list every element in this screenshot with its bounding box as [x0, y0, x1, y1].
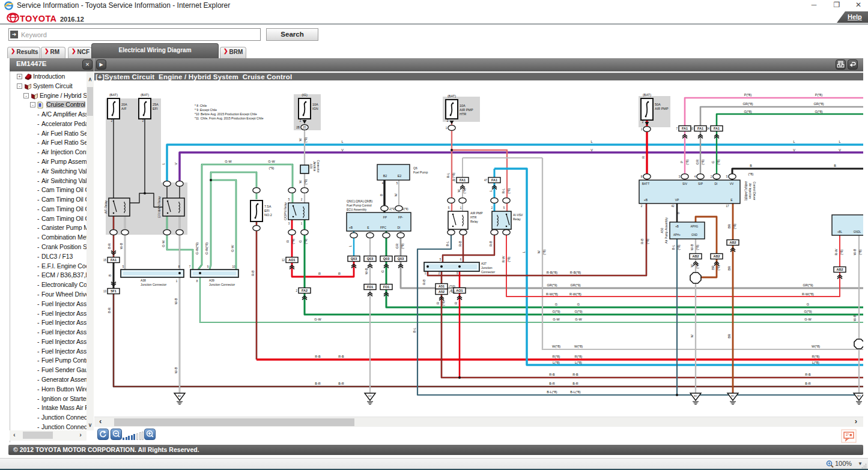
scroll-right-icon[interactable]: › — [79, 431, 82, 438]
tree-item-e-f-i-engine-coola[interactable]: -E.F.I. Engine Coola — [10, 262, 86, 271]
scroll-up-icon[interactable]: ∧ — [86, 76, 94, 82]
tree-item-four-wheel-drive-c[interactable]: -Four Wheel Drive C — [10, 290, 86, 300]
tree-item-label[interactable]: Air Fuel Ratio Sens — [41, 130, 86, 137]
diagram-horizontal-scrollbar[interactable]: ‹ › — [94, 417, 863, 427]
tree-item-generator-assembl[interactable]: -Generator Assembl — [10, 375, 86, 385]
tree-item-label[interactable]: Fuel Injector Asser — [41, 328, 86, 336]
tab-electrical-wiring-diagram[interactable]: Electrical Wiring Diagram — [91, 43, 219, 58]
tree-item-label[interactable]: Intake Mass Air Flo — [41, 404, 86, 411]
status-zoom-level[interactable]: 100% — [835, 460, 852, 467]
tree-hscroll-thumb[interactable] — [23, 432, 53, 439]
refresh-button[interactable] — [97, 429, 109, 440]
tree-item-air-switching-valve[interactable]: -Air Switching Valve — [10, 176, 86, 186]
tree-item-label[interactable]: Four Wheel Drive C — [41, 291, 86, 298]
tree-item-label[interactable]: Cam Timing Oil Co — [41, 215, 86, 222]
tree-item-system-circuit[interactable]: -System Circuit — [10, 82, 86, 91]
tree-item-label[interactable]: DLC3 / F13 — [41, 253, 73, 260]
tree-item-junction-connector[interactable]: -Junction Connector — [10, 413, 86, 423]
collapse-icon[interactable]: - — [23, 93, 29, 98]
tree-item-fuel-injector-asser[interactable]: -Fuel Injector Asser — [10, 337, 86, 347]
tree-item-label[interactable]: ECM / B36,B37,B3 — [41, 271, 86, 279]
tree-item-horn-button-wire-s[interactable]: -Horn Button Wire S — [10, 385, 86, 394]
panel-expand-button[interactable]: ▶ — [96, 59, 106, 70]
tree-item-label[interactable]: Fuel Injector Asser — [41, 310, 86, 317]
tree-item-label[interactable]: Electronically Cont — [41, 281, 86, 288]
zoom-out-button[interactable] — [111, 429, 122, 440]
diagram-scroll-left-icon[interactable]: ‹ — [99, 417, 102, 426]
tree-item-label[interactable]: Air Injection Contr — [41, 148, 86, 155]
tree-item-label[interactable]: Air Switching Valve — [41, 177, 86, 184]
tree-item-label[interactable]: Engine / Hybrid Sys — [40, 92, 86, 99]
tree-item-accelerator-pedal-s[interactable]: -Accelerator Pedal S — [10, 119, 86, 129]
tree-item-label[interactable]: Junction Connector — [41, 414, 86, 421]
tree-item-fuel-injector-asser[interactable]: -Fuel Injector Asser — [10, 318, 86, 328]
tree-item-electronically-cont[interactable]: -Electronically Cont — [10, 280, 86, 290]
tab-brm[interactable]: ❯BRM — [220, 47, 246, 58]
tree-item-label[interactable]: Fuel Injector Asser — [41, 338, 86, 345]
wiring-diagram-canvas[interactable]: (BAT)20AA/F(BAT)25AEFI(IG)10AIGN(BAT)10A… — [96, 80, 863, 416]
tree-item-introduction[interactable]: +Introduction — [10, 72, 86, 82]
tree-item-fuel-injector-asser[interactable]: -Fuel Injector Asser — [10, 309, 86, 319]
tree-item-label[interactable]: Fuel Pump Control — [41, 357, 86, 364]
tree-item-label[interactable]: Fuel Injector Asser — [41, 319, 86, 326]
tree-item-label[interactable]: Air Pump Assembly — [41, 158, 86, 165]
tree-horizontal-scrollbar[interactable]: ‹ › — [10, 430, 86, 441]
scroll-down-icon[interactable]: ∨ — [86, 422, 94, 428]
expand-icon[interactable]: + — [17, 74, 22, 79]
tree-item-label[interactable]: Cam Timing Oil Co — [41, 196, 86, 203]
tree-item-canister-pump-mo[interactable]: -Canister Pump Mo — [10, 223, 86, 233]
tree-item-label[interactable]: Cam Timing Oil Co — [41, 186, 86, 193]
print-button[interactable] — [836, 59, 846, 70]
diagram-scroll-right-icon[interactable]: › — [855, 417, 857, 426]
tree-item-cam-timing-oil-co[interactable]: -Cam Timing Oil Co — [10, 214, 86, 224]
tree-item-label[interactable]: Cruise Control — [46, 101, 85, 108]
tree-vscroll-thumb[interactable] — [87, 87, 93, 116]
tree-item-cam-timing-oil-co[interactable]: -Cam Timing Oil Co — [10, 195, 86, 205]
tree-item-ecm-b36-b37-b3[interactable]: -ECM / B36,B37,B3 — [10, 271, 86, 280]
tree-item-air-fuel-ratio-sens[interactable]: -Air Fuel Ratio Sens — [10, 129, 86, 139]
tree-item-label[interactable]: Air Fuel Ratio Sens — [41, 139, 86, 146]
tree-item-a-c-amplifier-asse[interactable]: -A/C Amplifier Asse — [10, 110, 86, 119]
tree-item-ignition-or-starter[interactable]: -Ignition or Starter — [10, 394, 86, 404]
zoom-level-gauge[interactable] — [123, 431, 145, 440]
tree-item-fuel-injector-asser[interactable]: -Fuel Injector Asser — [10, 300, 86, 309]
tree-item-cam-timing-oil-co[interactable]: -Cam Timing Oil Co — [10, 185, 86, 195]
tree-item-label[interactable]: E.F.I. Engine Coola — [41, 262, 86, 270]
tree-item-label[interactable]: Cam Timing Oil Co — [41, 205, 86, 212]
tree-item-label[interactable]: Ignition or Starter — [41, 395, 86, 402]
diagram-hscroll-thumb[interactable] — [114, 418, 354, 426]
search-button[interactable]: Search — [266, 28, 318, 41]
tree-item-label[interactable]: Air Switching Valve — [41, 167, 86, 175]
tree-item-label[interactable]: Fuel Injector Asser — [41, 348, 86, 355]
tree-item-label[interactable]: Crank Position Sen — [41, 243, 86, 250]
tree-item-label[interactable]: Generator Assembl — [41, 376, 86, 383]
tree-item-junction-connector[interactable]: -Junction Connector — [10, 423, 86, 430]
tree-item-combination-meter[interactable]: -Combination Meter — [10, 233, 86, 243]
tree-item-fuel-sender-gauge[interactable]: -Fuel Sender Gauge — [10, 366, 86, 375]
minimize-button[interactable]: ─ — [805, 1, 823, 10]
tree-item-label[interactable]: A/C Amplifier Asse — [41, 110, 86, 118]
tree-item-label[interactable]: Junction Connector — [41, 423, 86, 430]
collapse-icon[interactable]: - — [17, 83, 22, 89]
tree-item-dlc3-f13[interactable]: -DLC3 / F13 — [10, 252, 86, 262]
zoom-in-button[interactable] — [144, 429, 156, 440]
tree-vertical-scrollbar[interactable]: ∧ ∨ — [86, 71, 94, 430]
tree-item-label[interactable]: Fuel Injector Asser — [41, 300, 86, 307]
search-input[interactable] — [8, 28, 261, 41]
tree-item-fuel-injector-asser[interactable]: -Fuel Injector Asser — [10, 328, 86, 337]
tree-item-fuel-injector-asser[interactable]: -Fuel Injector Asser — [10, 347, 86, 357]
tree-item-cam-timing-oil-co[interactable]: -Cam Timing Oil Co — [10, 205, 86, 214]
tree-item-air-fuel-ratio-sens[interactable]: -Air Fuel Ratio Sens — [10, 138, 86, 148]
tree-item-label[interactable]: Combination Meter — [41, 233, 86, 241]
tree-item-engine-hybrid-sys[interactable]: -Engine / Hybrid Sys — [10, 91, 86, 101]
return-button[interactable] — [848, 59, 858, 70]
scroll-left-icon[interactable]: ‹ — [13, 431, 16, 438]
tab-rm[interactable]: ❯RM — [41, 47, 65, 58]
tree-item-crank-position-sen[interactable]: -Crank Position Sen — [10, 243, 86, 252]
collapse-icon[interactable]: - — [30, 102, 35, 107]
tree-item-label[interactable]: Horn Button Wire S — [41, 385, 86, 393]
panel-close-button[interactable]: × — [82, 59, 93, 70]
tree-item-air-switching-valve[interactable]: -Air Switching Valve — [10, 167, 86, 176]
feedback-comment-icon[interactable] — [841, 429, 857, 444]
tree-item-air-injection-contr[interactable]: -Air Injection Contr — [10, 148, 86, 157]
